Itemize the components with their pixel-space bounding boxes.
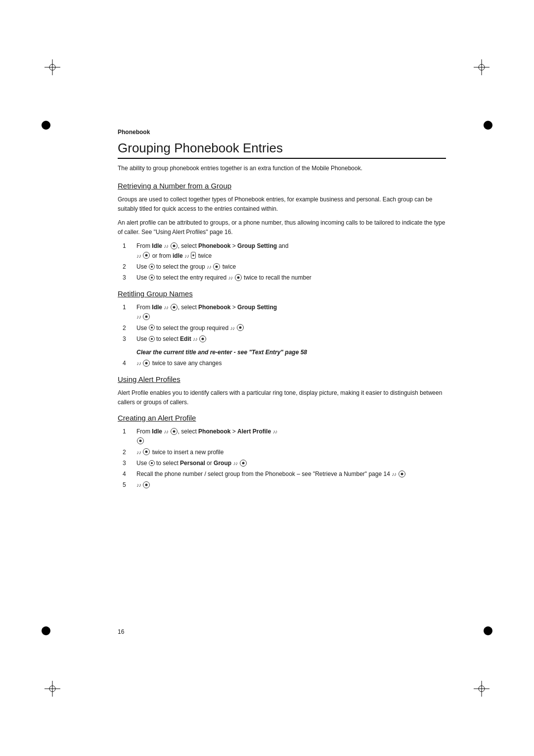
ok-icon-c2 bbox=[143, 448, 150, 455]
create-step-1: 1 From Idle ♪♪ , select Phonebook > Aler… bbox=[118, 427, 446, 446]
ok-icon-c1a bbox=[171, 428, 178, 435]
step-3: 3 Use to select the entry required ♪♪ tw… bbox=[118, 273, 446, 283]
corner-mark-top-left bbox=[44, 59, 60, 75]
corner-mark-bottom-left bbox=[44, 681, 60, 697]
content-area: Phonebook Grouping Phonebook Entries The… bbox=[118, 129, 446, 627]
corner-bullet-bottom-right bbox=[484, 626, 492, 635]
ok-icon-2 bbox=[213, 263, 220, 270]
ok-icon-3 bbox=[235, 274, 242, 281]
nav-icon-3: ♪♪ bbox=[228, 274, 232, 283]
section-retrieving-title: Retrieving a Number from a Group bbox=[118, 182, 446, 190]
alert-intro: Alert Profile enables you to identify ca… bbox=[118, 388, 446, 407]
page-number: 16 bbox=[118, 628, 124, 635]
create-step-4: 4 Recall the phone number / select group… bbox=[118, 470, 446, 479]
ok-icon-r4 bbox=[143, 360, 150, 367]
ok-icon-c5 bbox=[143, 481, 150, 488]
creating-steps: 1 From Idle ♪♪ , select Phonebook > Aler… bbox=[118, 427, 446, 490]
retitling-extra-steps: 4 ♪♪ twice to save any changes bbox=[118, 359, 446, 368]
nav-icon-r2: ♪♪ bbox=[230, 324, 234, 333]
retrieving-para-2: An alert profile can be attributed to gr… bbox=[118, 218, 446, 236]
nav-icon-c2: ♪♪ bbox=[136, 448, 141, 457]
nav-icon-r1b: ♪♪ bbox=[136, 313, 141, 322]
section-alert-title: Using Alert Profiles bbox=[118, 375, 446, 383]
retitle-step-3: 3 Use to select Edit ♪♪ bbox=[118, 334, 446, 344]
create-step-3: 3 Use to select Personal or Group ♪♪ bbox=[118, 459, 446, 468]
nav-icon-2: ♪♪ bbox=[207, 263, 211, 272]
corner-mark-top-right bbox=[474, 59, 490, 75]
retitling-note: Clear the current title and re-enter - s… bbox=[136, 349, 446, 356]
retitle-step-4: 4 ♪♪ twice to save any changes bbox=[118, 359, 446, 368]
nav-icon-r1a: ♪♪ bbox=[164, 303, 168, 312]
corner-bullet-top-right bbox=[484, 121, 492, 130]
retitle-step-1: 1 From Idle ♪♪ , select Phonebook > Grou… bbox=[118, 303, 446, 322]
corner-bullet-bottom-left bbox=[42, 626, 50, 635]
step-2: 2 Use to select the group ♪♪ twice bbox=[118, 262, 446, 272]
ok-icon-r1a bbox=[171, 304, 178, 311]
retrieving-para-1: Groups are used to collect together type… bbox=[118, 195, 446, 213]
ok-icon-r2 bbox=[237, 324, 244, 331]
ok-icon-1b bbox=[143, 252, 150, 259]
create-step-5: 5 ♪♪ bbox=[118, 480, 446, 490]
nav-icon-r4: ♪♪ bbox=[136, 359, 141, 368]
nav-icon-1c: ♪♪ bbox=[184, 252, 189, 261]
step-1: 1 From Idle ♪♪ , select Phonebook > Grou… bbox=[118, 241, 446, 260]
ok-icon-1a bbox=[171, 242, 178, 249]
ok-icon-c3 bbox=[240, 460, 247, 467]
nav-icon-c4: ♪♪ bbox=[392, 470, 396, 479]
nav-icon-c5: ♪♪ bbox=[136, 481, 141, 490]
intro-text: The ability to group phonebook entries t… bbox=[118, 164, 446, 173]
page-title: Grouping Phonebook Entries bbox=[118, 141, 446, 159]
ok-icon-r1b bbox=[143, 313, 150, 320]
page: Phonebook Grouping Phonebook Entries The… bbox=[0, 0, 534, 756]
nav-icon-1b: ♪♪ bbox=[136, 252, 141, 261]
nav-icon-c3: ♪♪ bbox=[233, 459, 237, 468]
retrieving-steps: 1 From Idle ♪♪ , select Phonebook > Grou… bbox=[118, 241, 446, 283]
nav-icon-r3: ♪♪ bbox=[193, 335, 197, 344]
ok-icon-c1b bbox=[137, 437, 144, 444]
retitling-steps: 1 From Idle ♪♪ , select Phonebook > Grou… bbox=[118, 303, 446, 344]
section-retitling-title: Retitling Group Names bbox=[118, 289, 446, 298]
nav-icon-1a: ♪♪ bbox=[164, 242, 168, 251]
create-step-2: 2 ♪♪ twice to insert a new profile bbox=[118, 448, 446, 457]
corner-mark-bottom-right bbox=[474, 681, 490, 697]
nav-icon-c1a: ♪♪ bbox=[164, 427, 168, 436]
section-label: Phonebook bbox=[118, 129, 446, 136]
corner-bullet-top-left bbox=[42, 121, 50, 130]
scroll-icon-1c bbox=[191, 252, 196, 259]
ok-icon-c4 bbox=[399, 471, 405, 477]
retitle-step-2: 2 Use to select the group required ♪♪ bbox=[118, 324, 446, 333]
ok-icon-r3 bbox=[199, 335, 206, 342]
section-creating-title: Creating an Alert Profile bbox=[118, 414, 446, 422]
nav-icon-c1b: ♪♪ bbox=[272, 427, 277, 436]
